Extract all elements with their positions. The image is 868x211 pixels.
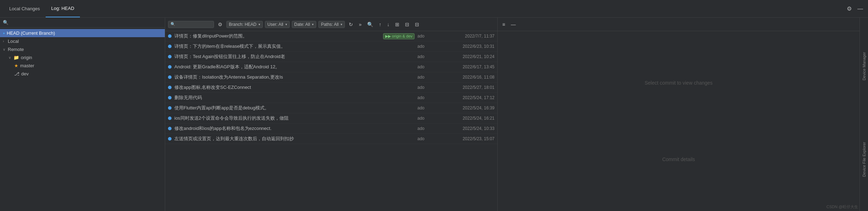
sidebar-item-dev-label: dev	[21, 71, 29, 76]
log-settings-icon[interactable]: ⚙	[216, 21, 224, 28]
log-author: ado	[417, 116, 435, 121]
filter-branch-label: Branch: HEAD	[229, 22, 256, 27]
log-entry[interactable]: 删除无用代码 ado 2022/5/24, 17:12	[165, 93, 497, 103]
log-dot	[168, 137, 172, 141]
refresh-icon[interactable]: ↻	[347, 21, 355, 28]
log-author: ado	[417, 106, 435, 110]
log-message: 使用Flutter内置api判断app是否是debug模式。	[174, 105, 415, 111]
log-author: ado	[417, 34, 435, 39]
right-content-area: Select commit to view changes Commit det…	[498, 31, 860, 211]
log-author: ado	[417, 126, 435, 131]
graph-view-icon[interactable]: ⊞	[393, 21, 401, 28]
log-entry[interactable]: 详情页：下方的item在非release模式下，展示真实值。 ado 2022/…	[165, 41, 497, 52]
log-message: 设备详情页：Isolation改为Antenna Separation,更改Is	[174, 74, 415, 80]
star-icon: ★	[14, 63, 18, 68]
log-search-input[interactable]	[175, 22, 212, 27]
log-dot	[168, 86, 172, 89]
commit-details-text: Commit details	[662, 156, 695, 162]
log-dot	[168, 127, 172, 130]
log-dot	[168, 34, 172, 38]
log-author: ado	[417, 85, 435, 90]
settings-icon[interactable]: ⚙	[845, 4, 853, 13]
log-message: 修改android和ios的app名称和包名为ezconnect.	[174, 125, 415, 132]
log-entry[interactable]: 设备详情页：Isolation改为Antenna Separation,更改Is…	[165, 72, 497, 82]
scroll-down-icon[interactable]: ↓	[385, 21, 391, 28]
log-entries: 详情页：修复dlInputPower的范围。 ▶▶ origin & dev a…	[165, 31, 497, 211]
tab-local-changes[interactable]: Local Changes	[4, 0, 46, 17]
sidebar-search-input[interactable]	[3, 20, 162, 25]
watermark: CSDN @旺仔大生	[827, 204, 858, 210]
log-dot	[168, 106, 172, 110]
log-author: ado	[417, 64, 435, 69]
log-entry[interactable]: Android: 更新Gradle和AGP版本，适配Android 12。 ad…	[165, 62, 497, 72]
log-entry[interactable]: 左送情页或没置页，达到最大重连次数后，自动返回到扣抄 ado 2022/5/23…	[165, 134, 497, 144]
filter-paths-arrow: ▾	[341, 23, 342, 26]
log-entry[interactable]: 修改android和ios的app名称和包名为ezconnect. ado 20…	[165, 124, 497, 134]
log-message: 详情页：下方的item在非release模式下，展示真实值。	[174, 43, 415, 50]
log-date: 2022/6/23, 10:31	[438, 44, 494, 49]
filter-user[interactable]: User: All ▾	[265, 21, 290, 28]
layout-icon[interactable]: ⊟	[413, 21, 421, 28]
log-date: 2022/6/21, 10:24	[438, 54, 494, 59]
log-tag-origin-dev: ▶▶ origin & dev	[383, 33, 415, 39]
log-date: 2022/5/23, 15:07	[438, 136, 494, 141]
log-date: 2022/5/24, 17:12	[438, 95, 494, 100]
remote-arrow: ∨	[3, 47, 8, 51]
log-message: Android: 更新Gradle和AGP版本，适配Android 12。	[174, 64, 415, 70]
log-entry[interactable]: 使用Flutter内置api判断app是否是debug模式。 ado 2022/…	[165, 103, 497, 113]
sidebar-item-origin-label: origin	[21, 55, 32, 60]
log-message: 详情页：Test Again按钮位置往上移，防止在Android老	[174, 53, 415, 60]
sidebar-item-remote[interactable]: ∨ Remote	[0, 45, 165, 53]
sidebar-item-head-label: HEAD (Current Branch)	[7, 30, 55, 36]
log-search-toggle-icon[interactable]: 🔍	[365, 21, 375, 28]
filter-toggle-icon[interactable]: ⊟	[403, 21, 411, 28]
right-panel: ≡ — Select commit to view changes Commit…	[498, 18, 860, 211]
log-dot	[168, 75, 172, 79]
log-author: ado	[417, 75, 435, 80]
log-entry[interactable]: ios同时发送2个设置命令会导致后执行的发送失败，做阻 ado 2022/5/2…	[165, 113, 497, 124]
minimize-icon[interactable]: —	[856, 4, 864, 13]
log-date: 2022/6/17, 13:45	[438, 64, 494, 69]
right-panel-icon-1[interactable]: ≡	[500, 21, 507, 28]
log-message: 左送情页或没置页，达到最大重连次数后，自动返回到扣抄	[174, 136, 415, 142]
device-file-explorer-label[interactable]: Device File Explorer	[862, 139, 866, 179]
log-dot	[168, 116, 172, 120]
right-panel-icon-2[interactable]: —	[509, 21, 517, 28]
sidebar-item-origin[interactable]: ∨ 📁 origin	[0, 53, 165, 62]
log-dot	[168, 96, 172, 99]
filter-branch[interactable]: Branch: HEAD ▾	[226, 21, 263, 28]
log-search-bar[interactable]: 🔍	[168, 21, 214, 28]
log-date: 2022/5/24, 16:39	[438, 106, 494, 110]
log-dot	[168, 55, 172, 58]
log-area: 🔍 ⚙ Branch: HEAD ▾ User: All ▾ Date: All…	[165, 18, 868, 211]
log-toolbar: 🔍 ⚙ Branch: HEAD ▾ User: All ▾ Date: All…	[165, 18, 497, 31]
commit-details-area: Select commit to view changes Commit det…	[644, 31, 712, 211]
filter-branch-arrow: ▾	[259, 23, 260, 26]
log-list: 🔍 ⚙ Branch: HEAD ▾ User: All ▾ Date: All…	[165, 18, 498, 211]
log-dot	[168, 45, 172, 48]
sidebar-item-local[interactable]: › Local	[0, 37, 165, 45]
tab-log-head[interactable]: Log: HEAD	[46, 0, 80, 17]
scroll-up-icon[interactable]: ↑	[377, 21, 383, 28]
log-author: ado	[417, 44, 435, 49]
log-entry[interactable]: 详情页：修复dlInputPower的范围。 ▶▶ origin & dev a…	[165, 31, 497, 41]
filter-paths[interactable]: Paths: All ▾	[318, 21, 345, 28]
sidebar-search-bar[interactable]	[0, 18, 165, 28]
top-tabs: Local Changes Log: HEAD ⚙ —	[0, 0, 868, 18]
log-entry[interactable]: 详情页：Test Again按钮位置往上移，防止在Android老 ado 20…	[165, 52, 497, 62]
sidebar-item-head[interactable]: ● HEAD (Current Branch)	[0, 29, 165, 37]
device-manager-label[interactable]: Device Manager	[862, 49, 866, 83]
log-tag-text: origin & dev	[392, 34, 412, 38]
branch-icon: ⎇	[14, 71, 19, 76]
sidebar-item-master[interactable]: ★ master	[0, 62, 165, 70]
sidebar-item-dev[interactable]: ⎇ dev	[0, 70, 165, 78]
filter-date[interactable]: Date: All ▾	[292, 21, 317, 28]
filter-user-arrow: ▾	[285, 23, 287, 26]
sidebar-tree: ● HEAD (Current Branch) › Local ∨ Remote…	[0, 28, 165, 211]
filter-user-label: User: All	[267, 22, 283, 27]
filter-date-label: Date: All	[294, 22, 310, 27]
log-tag-arrow-icon: ▶▶	[385, 34, 391, 39]
log-entry[interactable]: 修改app图标,名称改变SC-EZConnect ado 2022/5/27, …	[165, 82, 497, 93]
more-filters-icon[interactable]: »	[357, 21, 363, 28]
sidebar-item-master-label: master	[20, 63, 34, 68]
